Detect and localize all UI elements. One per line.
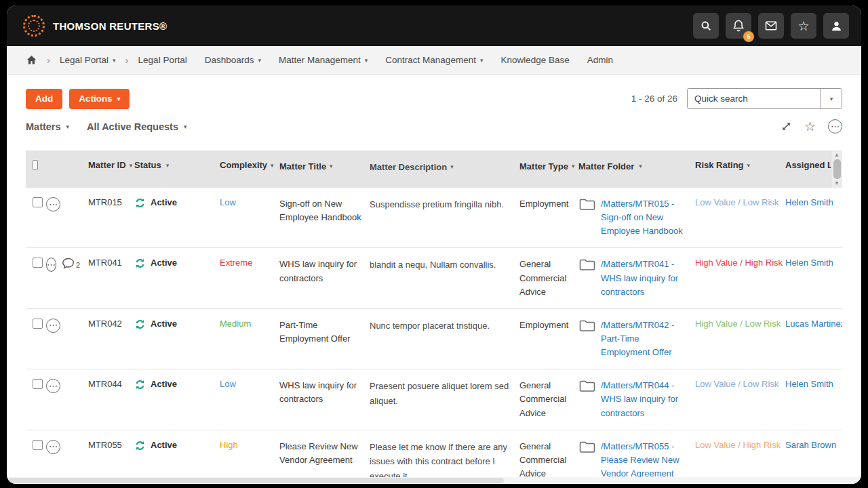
row-actions-icon[interactable]: ⋯ [46, 319, 60, 333]
app-window: THOMSON REUTERS® 5 ☆ [7, 5, 861, 484]
caret-down-icon: ▾ [365, 57, 368, 64]
caret-down-icon: ▾ [480, 57, 484, 64]
row-checkbox[interactable] [33, 440, 43, 450]
nav-item-legal-portal[interactable]: Legal Portal [138, 55, 187, 65]
quick-search: ▾ [687, 88, 842, 109]
comment-count: 2 [76, 261, 80, 269]
horizontal-scrollbar[interactable] [7, 477, 861, 484]
matter-description: Praesent posuere aliquet lorem sed aliqu… [370, 369, 519, 429]
matter-folder-link[interactable]: /Matters/MTR042 - Part-Time Employment O… [601, 319, 687, 359]
quick-search-dropdown-button[interactable]: ▾ [821, 89, 842, 108]
caret-down-icon: ▾ [66, 123, 70, 130]
column-matter-title[interactable]: Matter Title ▾ [279, 150, 370, 188]
table-row: ⋯ MTR015 Active Low Sign-off on New Empl… [26, 188, 842, 248]
complexity-value: Extreme [220, 258, 252, 268]
folder-icon[interactable] [578, 440, 596, 454]
assigned-person-link[interactable]: Helen Smith [785, 197, 833, 207]
envelope-icon [764, 19, 778, 33]
matter-id: MTR042 [88, 309, 134, 369]
breadcrumb-separator-icon: › [47, 54, 50, 66]
star-icon: ☆ [797, 20, 809, 33]
notification-badge: 5 [743, 31, 754, 42]
status-label: Active [151, 258, 177, 268]
matter-description: blandit a nequ, Nullam convallis. [370, 248, 519, 308]
row-actions-icon[interactable]: ⋯ [46, 440, 60, 454]
row-checkbox[interactable] [33, 379, 43, 389]
folder-icon[interactable] [578, 379, 596, 393]
status-cell: Active [134, 369, 220, 429]
matter-type: Employment [519, 309, 578, 369]
complexity-value: Low [220, 197, 236, 207]
risk-rating-value: High Value / High Risk [695, 258, 783, 268]
messages-button[interactable] [758, 13, 784, 39]
table-vertical-scrollbar[interactable]: ▲ ▼ [831, 150, 842, 188]
row-actions-column [46, 150, 88, 188]
nav-item-dashboards[interactable]: Dashboards ▾ [205, 55, 261, 65]
scrollbar-thumb[interactable] [833, 159, 841, 179]
matter-folder-link[interactable]: /Matters/MTR041 - WHS law inquiry for co… [601, 258, 687, 298]
row-actions-icon[interactable]: ⋯ [46, 197, 60, 211]
notifications-button[interactable]: 5 [726, 13, 751, 39]
home-button[interactable] [26, 54, 37, 66]
status-active-icon [134, 379, 146, 390]
folder-icon[interactable] [578, 258, 596, 272]
matter-folder-link[interactable]: /Matters/MTR044 - WHS law inquiry for co… [601, 379, 687, 420]
complexity-value: Medium [220, 319, 251, 329]
comments-indicator[interactable]: 2 [62, 258, 80, 269]
scroll-down-icon[interactable]: ▼ [834, 180, 840, 186]
assigned-person-link[interactable]: Helen Smith [785, 258, 833, 268]
scrollbar-thumb[interactable] [8, 478, 504, 483]
status-active-icon [134, 440, 146, 451]
nav-item-contract-management[interactable]: Contract Management ▾ [385, 55, 483, 65]
row-actions-icon[interactable]: ⋯ [46, 379, 60, 393]
view-selector[interactable]: Matters ▾ [26, 121, 69, 132]
row-checkbox[interactable] [33, 319, 43, 329]
thomson-reuters-logo-icon [23, 15, 45, 37]
favorites-button[interactable]: ☆ [791, 13, 816, 39]
nav-item-admin[interactable]: Admin [587, 55, 613, 65]
saved-view-selector[interactable]: All Active Requests ▾ [87, 121, 186, 132]
quick-search-input[interactable] [688, 89, 821, 108]
add-button[interactable]: Add [26, 89, 62, 109]
column-risk-rating[interactable]: Risk Rating ▾ [695, 150, 785, 188]
matter-type: General Commercial Advice [519, 248, 578, 308]
main-content: Add Actions ▾ 1 - 26 of 26 ▾ Matters ▾ [7, 88, 861, 484]
folder-icon[interactable] [578, 197, 596, 211]
expand-icon[interactable] [781, 121, 792, 132]
assigned-person-link[interactable]: Lucas Martinez [785, 319, 842, 329]
nav-item-knowledge-base[interactable]: Knowledge Base [500, 55, 569, 65]
folder-icon[interactable] [578, 319, 596, 333]
view-tools: ☆ ⋯ [781, 119, 842, 134]
row-checkbox[interactable] [33, 197, 43, 207]
nav-item-matter-management[interactable]: Matter Management ▾ [279, 55, 368, 65]
status-cell: Active [134, 309, 220, 369]
select-all-checkbox[interactable] [33, 160, 38, 170]
nav-bar: › Legal Portal ▾ › Legal Portal Dashboar… [7, 46, 861, 75]
column-matter-id[interactable]: Matter ID ▾ [88, 150, 134, 188]
account-button[interactable] [823, 13, 849, 39]
column-status[interactable]: Status ▾ [134, 150, 220, 188]
row-actions-icon[interactable]: ⋯ [46, 258, 56, 272]
matters-table: Matter ID ▾ Status ▾ Complexity ▾ Matter… [26, 150, 842, 484]
column-matter-description[interactable]: Matter Description ▾ [370, 150, 519, 188]
breadcrumb-root[interactable]: Legal Portal ▾ [60, 55, 116, 65]
actions-button[interactable]: Actions ▾ [69, 89, 130, 109]
favorite-view-icon[interactable]: ☆ [804, 119, 816, 134]
assigned-person-link[interactable]: Sarah Brown [785, 440, 836, 450]
scroll-up-icon[interactable]: ▲ [834, 152, 840, 158]
matter-folder-link[interactable]: /Matters/MTR015 - Sign-off on New Employ… [601, 197, 687, 238]
more-options-icon[interactable]: ⋯ [828, 119, 842, 134]
row-checkbox[interactable] [33, 258, 43, 268]
assigned-person-link[interactable]: Helen Smith [785, 379, 833, 389]
matter-type: General Commercial Advice [519, 430, 578, 484]
status-label: Active [151, 440, 177, 450]
matter-folder-link[interactable]: /Matters/MTR055 - Please Review New Vend… [601, 440, 687, 481]
column-complexity[interactable]: Complexity ▾ [220, 150, 279, 188]
column-matter-folder[interactable]: Matter Folder ▾ [578, 150, 695, 188]
brand-name: THOMSON REUTERS® [53, 20, 167, 32]
table-row: ⋯ 2 MTR041 Active Extreme WHS law inquir… [26, 248, 842, 308]
caret-down-icon: ▾ [117, 96, 121, 102]
search-button[interactable] [693, 13, 719, 39]
risk-rating-value: Low Value / Low Risk [695, 197, 778, 207]
column-matter-type[interactable]: Matter Type ▾ [519, 150, 578, 188]
